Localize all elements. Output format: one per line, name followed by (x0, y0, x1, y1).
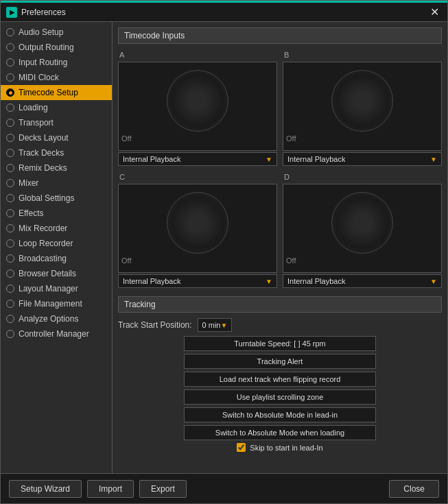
sidebar-item-label: File Management (19, 299, 82, 309)
sidebar-item-label: Input Routing (19, 58, 67, 67)
window-title: Preferences (21, 8, 427, 17)
sidebar-item-broadcasting[interactable]: Broadcasting (1, 251, 112, 266)
sidebar-item-remix-decks[interactable]: Remix Decks (1, 160, 112, 176)
dropdown-arrow-icon: ▼ (430, 278, 437, 285)
sidebar-item-midi-clock[interactable]: MIDI Clock (1, 70, 112, 85)
sidebar: Audio SetupOutput RoutingInput RoutingMI… (1, 22, 113, 473)
sidebar-item-label: Controller Manager (19, 329, 89, 339)
timecode-cell-d: DOffInternal Playback▼ (283, 171, 442, 288)
track-start-value: 0 min (202, 321, 221, 329)
sidebar-item-label: Global Settings (19, 193, 74, 203)
timecode-cell-label: A (118, 49, 277, 60)
sidebar-item-mix-recorder[interactable]: Mix Recorder (1, 221, 112, 236)
sidebar-item-effects[interactable]: Effects (1, 206, 112, 221)
sidebar-dot (6, 194, 14, 202)
dropdown-arrow-icon: ▼ (266, 278, 272, 285)
sidebar-item-label: Output Routing (19, 43, 74, 52)
sidebar-item-label: Loading (19, 103, 48, 112)
sidebar-dot (6, 254, 14, 263)
timecode-cell-label: B (283, 49, 442, 60)
timecode-cell-b: BOffInternal Playback▼ (283, 49, 442, 166)
sidebar-item-loop-recorder[interactable]: Loop Recorder (1, 236, 112, 251)
sidebar-dot (6, 43, 14, 51)
skip-checkbox-label[interactable]: Skip to start in lead-In (250, 444, 322, 452)
vinyl-container-a: Off (118, 62, 277, 151)
sidebar-item-label: Timecode Setup (19, 88, 78, 97)
sidebar-item-global-settings[interactable]: Global Settings (1, 191, 112, 206)
sidebar-item-label: Decks Layout (19, 133, 69, 143)
sidebar-item-label: Effects (19, 208, 43, 218)
track-start-arrow: ▼ (221, 322, 228, 329)
vinyl-container-c: Off (118, 184, 277, 273)
title-bar: ▶ Preferences ✕ (1, 3, 447, 22)
preferences-window: ▶ Preferences ✕ Audio SetupOutput Routin… (0, 0, 448, 504)
sidebar-item-timecode-setup[interactable]: Timecode Setup (1, 85, 112, 100)
sidebar-dot (6, 73, 14, 82)
sidebar-item-analyze-options[interactable]: Analyze Options (1, 311, 112, 326)
track-start-row: Track Start Position: 0 min ▼ (118, 318, 442, 332)
vinyl-disc (167, 192, 228, 254)
timecode-dropdown-b[interactable]: Internal Playback▼ (283, 152, 442, 166)
sidebar-item-controller-manager[interactable]: Controller Manager (1, 326, 112, 341)
sidebar-item-input-routing[interactable]: Input Routing (1, 55, 112, 70)
main-content: Audio SetupOutput RoutingInput RoutingMI… (1, 22, 447, 473)
sidebar-dot (6, 164, 14, 172)
sidebar-item-label: Mixer (19, 178, 38, 188)
tracking-btn-0[interactable]: Turntable Speed: [ ] 45 rpm (184, 336, 376, 351)
dropdown-text: Internal Playback (287, 277, 345, 285)
sidebar-item-browser-details[interactable]: Browser Details (1, 266, 112, 281)
sidebar-item-output-routing[interactable]: Output Routing (1, 40, 112, 55)
tracking-btn-row: Use playlist scrolling zone (118, 389, 442, 405)
sidebar-dot (6, 315, 14, 323)
checkbox-row: Skip to start in lead-In (118, 443, 442, 452)
dropdown-text: Internal Playback (287, 155, 345, 163)
sidebar-dot (6, 88, 14, 97)
tracking-btn-row: Turntable Speed: [ ] 45 rpm (118, 336, 442, 351)
vinyl-container-d: Off (283, 184, 442, 273)
sidebar-item-decks-layout[interactable]: Decks Layout (1, 130, 112, 145)
window-close-button[interactable]: ✕ (427, 7, 442, 18)
dropdown-arrow-icon: ▼ (266, 156, 272, 163)
sidebar-item-label: Broadcasting (19, 254, 67, 263)
sidebar-item-label: Mix Recorder (19, 224, 67, 233)
app-icon: ▶ (6, 7, 17, 18)
vinyl-disc (167, 70, 228, 132)
timecode-dropdown-c[interactable]: Internal Playback▼ (118, 274, 277, 288)
close-button[interactable]: Close (389, 480, 439, 498)
sidebar-item-label: Transport (19, 118, 54, 128)
tracking-btn-5[interactable]: Switch to Absolute Mode when loading (184, 425, 376, 440)
sidebar-item-track-decks[interactable]: Track Decks (1, 145, 112, 160)
sidebar-item-label: Remix Decks (19, 163, 67, 173)
timecode-dropdown-a[interactable]: Internal Playback▼ (118, 152, 277, 166)
sidebar-item-transport[interactable]: Transport (1, 115, 112, 130)
tracking-btn-2[interactable]: Load next track when flipping record (184, 372, 376, 387)
sidebar-item-file-management[interactable]: File Management (1, 296, 112, 311)
track-start-dropdown[interactable]: 0 min ▼ (198, 318, 233, 332)
sidebar-item-label: Loop Recorder (19, 239, 73, 248)
sidebar-item-label: Audio Setup (19, 27, 63, 37)
timecode-dropdown-d[interactable]: Internal Playback▼ (283, 274, 442, 288)
timecode-grid: AOffInternal Playback▼BOffInternal Playb… (118, 49, 442, 288)
dropdown-arrow-icon: ▼ (430, 156, 437, 163)
sidebar-item-audio-setup[interactable]: Audio Setup (1, 25, 112, 40)
sidebar-dot (6, 28, 14, 36)
sidebar-dot (6, 269, 14, 278)
sidebar-dot (6, 239, 14, 248)
sidebar-item-label: MIDI Clock (19, 73, 59, 82)
sidebar-dot (6, 285, 14, 293)
sidebar-dot (6, 134, 14, 142)
sidebar-dot (6, 330, 14, 338)
skip-checkbox[interactable] (237, 443, 246, 452)
tracking-btn-1[interactable]: Tracking Alert (184, 354, 376, 369)
sidebar-dot (6, 224, 14, 232)
export-button[interactable]: Export (139, 480, 187, 498)
tracking-btn-4[interactable]: Switch to Absolute Mode in lead-in (184, 407, 376, 422)
import-button[interactable]: Import (87, 480, 134, 498)
tracking-btn-3[interactable]: Use playlist scrolling zone (184, 389, 376, 405)
tracking-btn-row: Switch to Absolute Mode in lead-in (118, 407, 442, 422)
sidebar-item-mixer[interactable]: Mixer (1, 176, 112, 191)
sidebar-item-layout-manager[interactable]: Layout Manager (1, 281, 112, 296)
tracking-btn-row: Switch to Absolute Mode when loading (118, 425, 442, 440)
sidebar-item-loading[interactable]: Loading (1, 100, 112, 115)
setup-wizard-button[interactable]: Setup Wizard (9, 480, 82, 498)
